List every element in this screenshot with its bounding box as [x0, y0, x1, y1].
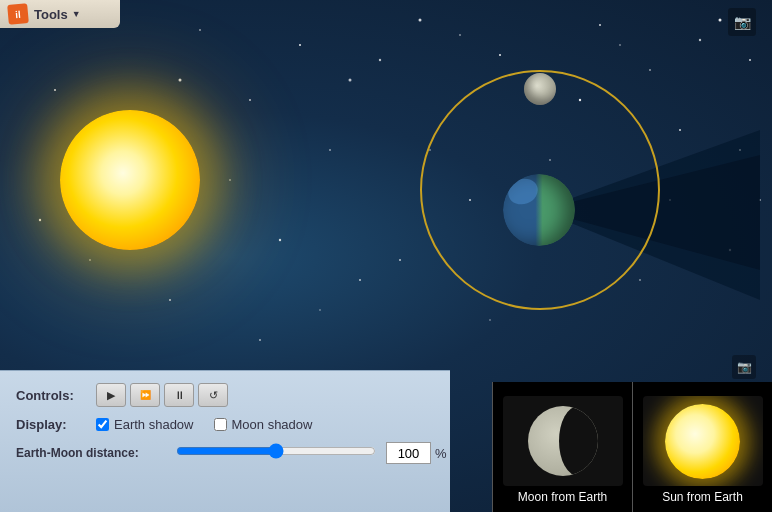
- sun: [60, 110, 200, 250]
- moon-shadow-checkbox[interactable]: [214, 418, 227, 431]
- display-label: Display:: [16, 417, 86, 432]
- earth-shadow-checkbox-label[interactable]: Earth shadow: [96, 417, 194, 432]
- moon-preview-panel: Moon from Earth: [492, 382, 632, 512]
- distance-row: Earth-Moon distance: %: [16, 442, 434, 464]
- tools-bar: il Tools ▼: [0, 0, 120, 28]
- main-container: 📷 Diagram not to scale. il Tools ▼ Contr…: [0, 0, 772, 512]
- sun-preview-image: [643, 396, 763, 486]
- sun-panel-label: Sun from Earth: [662, 490, 743, 504]
- earth-surface: [503, 174, 575, 246]
- moon-crescent: [523, 401, 603, 481]
- moon-shadow-label: Moon shadow: [232, 417, 313, 432]
- distance-slider-container: [176, 443, 376, 463]
- app-logo: il: [7, 3, 29, 25]
- moon-panel-label: Moon from Earth: [518, 490, 607, 504]
- controls-panel: Controls: ▶ ⏩ ⏸ ↺ Display: Earth shadow …: [0, 370, 450, 512]
- distance-slider[interactable]: [176, 443, 376, 459]
- moon-shadow-checkbox-label[interactable]: Moon shadow: [214, 417, 313, 432]
- moon-shadow-overlay: [559, 406, 598, 476]
- tools-label: Tools: [34, 7, 68, 22]
- pause-button[interactable]: ⏸: [164, 383, 194, 407]
- moon-sphere: [528, 406, 598, 476]
- display-options-row: Display: Earth shadow Moon shadow: [16, 417, 434, 432]
- preview-panels: Moon from Earth Sun from Earth: [492, 382, 772, 512]
- fast-forward-button[interactable]: ⏩: [130, 383, 160, 407]
- moon: [524, 73, 556, 105]
- distance-value-input[interactable]: [386, 442, 431, 464]
- earth: [503, 174, 575, 246]
- screenshot-button-main[interactable]: 📷: [728, 8, 756, 36]
- playback-controls-row: Controls: ▶ ⏩ ⏸ ↺: [16, 383, 434, 407]
- sun-preview-circle: [665, 404, 740, 479]
- earth-shadow-checkbox[interactable]: [96, 418, 109, 431]
- percent-label: %: [435, 446, 447, 461]
- moon-preview-image: [503, 396, 623, 486]
- screenshot-button-preview[interactable]: 📷: [732, 355, 756, 379]
- earth-shadow-label: Earth shadow: [114, 417, 194, 432]
- controls-label: Controls:: [16, 388, 86, 403]
- reset-button[interactable]: ↺: [198, 383, 228, 407]
- distance-label: Earth-Moon distance:: [16, 446, 156, 460]
- play-button[interactable]: ▶: [96, 383, 126, 407]
- sun-preview-panel: Sun from Earth: [632, 382, 772, 512]
- tools-dropdown-arrow[interactable]: ▼: [72, 9, 81, 19]
